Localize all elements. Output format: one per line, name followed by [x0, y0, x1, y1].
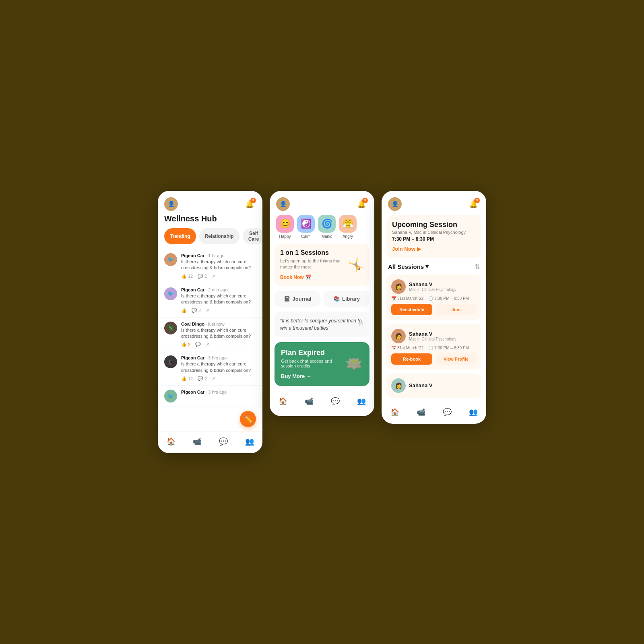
upcoming-session-therapist: Sahana V, Msc in Clinical Psychology — [392, 230, 476, 235]
session-meta: 📅 31st March '22 🕐 7:30 PM – 8:30 PM — [391, 346, 477, 350]
post-avatar: 🦎 — [164, 322, 177, 334]
plan-expired-text: Plan Expired Get back chat access and se… — [281, 349, 345, 380]
screen1-header: 👤 🔔 3 — [158, 191, 262, 214]
screens-container: 👤 🔔 3 Wellness Hub Trending Relationship… — [142, 175, 502, 469]
post-actions: 👍 12 💬 2 ↗ — [181, 376, 256, 381]
post-time: · 2 min ago — [206, 287, 227, 292]
like-button[interactable]: 👍 — [181, 308, 187, 313]
post-time: · just now — [206, 322, 224, 326]
bottom-nav: 🏠 📹 💬 👥 — [158, 431, 262, 453]
nav-community-icon[interactable]: 👥 — [241, 436, 258, 448]
post-meta: Pigeon Car · 3 hrs ago — [181, 355, 256, 360]
therapist-specialty: Msc in Clinical Psychology — [409, 287, 456, 292]
avatar[interactable]: 👤 — [388, 197, 402, 211]
post-text: Is there a therapy which can cure crossd… — [181, 361, 256, 374]
journal-button[interactable]: 📓 Journal — [275, 291, 320, 307]
therapist-avatar: 👩 — [391, 279, 406, 294]
compose-button[interactable]: ✏️ — [240, 411, 256, 427]
notification-button[interactable]: 🔔 3 — [243, 198, 256, 211]
post-username: Pigeon Car — [181, 287, 204, 292]
mood-happy[interactable]: 😊 Happy — [276, 215, 294, 239]
bottom-nav: 🏠 📹 💬 👥 — [270, 391, 374, 413]
session-meta: 📅 31st March '22 🕐 7:30 PM – 8:30 PM — [391, 296, 477, 301]
share-button[interactable]: ↗ — [206, 342, 209, 347]
nav-chat-icon[interactable]: 💬 — [327, 395, 344, 407]
post-time: · 1 hr ago — [206, 253, 225, 258]
library-button[interactable]: 📚 Library — [324, 291, 369, 307]
nav-home-icon[interactable]: 🏠 — [163, 436, 180, 448]
comment-button[interactable]: 💬 — [195, 342, 201, 347]
comment-button[interactable]: 💬 2 — [198, 376, 207, 381]
share-button[interactable]: ↗ — [212, 274, 215, 279]
therapist-info: Sahana V Msc in Clinical Psychology — [409, 281, 456, 292]
fab-area: ✏️ — [158, 407, 262, 431]
share-button[interactable]: ↗ — [206, 308, 209, 313]
nav-chat-icon[interactable]: 💬 — [439, 406, 456, 418]
lotus-icon: 🪷 — [345, 355, 363, 372]
nav-video-icon[interactable]: 📹 — [301, 395, 318, 407]
nav-community-icon[interactable]: 👥 — [353, 395, 370, 407]
tab-selfcare[interactable]: Self Care — [243, 228, 262, 244]
post-avatar: 🐦 — [164, 287, 177, 300]
post-meta: Pigeon Car · 2 min ago — [181, 287, 256, 292]
mood-manic-icon: 🌀 — [318, 215, 336, 233]
screen-wellness-hub: 👤 🔔 3 Wellness Hub Trending Relationship… — [158, 191, 262, 453]
sessions-sort-button[interactable]: ⇅ — [475, 263, 480, 270]
screen2-header: 👤 🔔 3 — [270, 191, 374, 215]
nav-home-icon[interactable]: 🏠 — [386, 406, 403, 418]
screen-sessions: 👤 🔔 3 Upcoming Session Sahana V, Msc in … — [382, 191, 486, 424]
post-avatar: 🐦 — [164, 390, 177, 402]
share-button[interactable]: ↗ — [212, 376, 215, 381]
session-item: 👩 Sahana V — [386, 374, 481, 398]
session-join-button[interactable]: Join — [436, 304, 477, 315]
nav-chat-icon[interactable]: 💬 — [215, 436, 232, 448]
nav-home-icon[interactable]: 🏠 — [275, 395, 291, 407]
journal-icon: 📓 — [284, 296, 290, 302]
session-therapist-row: 👩 Sahana V Msc in Clinical Psychology — [391, 279, 477, 294]
mood-manic[interactable]: 🌀 Manic — [318, 215, 336, 239]
post-item: 🦎 Coal Dingo · just now Is there a thera… — [158, 318, 262, 352]
therapist-name: Sahana V — [409, 281, 456, 287]
buy-more-button[interactable]: Buy More → — [281, 373, 312, 379]
mood-angry[interactable]: 😤 Angry — [339, 215, 357, 239]
tab-trending[interactable]: Trending — [164, 228, 196, 244]
post-username: Pigeon Car — [181, 390, 204, 394]
post-time: · 3 hrs ago — [206, 355, 227, 360]
post-content: Pigeon Car · 3 hrs ago — [181, 390, 256, 402]
screen3-header: 👤 🔔 3 — [382, 191, 486, 215]
join-now-button[interactable]: Join Now ▶ — [392, 246, 421, 252]
reschedule-button[interactable]: Reschedule — [391, 304, 432, 315]
post-text: Is there a therapy which can cure crossd… — [181, 293, 256, 305]
post-meta: Coal Dingo · just now — [181, 322, 256, 326]
therapist-avatar: 👩 — [391, 329, 406, 343]
post-text: Is there a therapy which can cure crossd… — [181, 327, 256, 340]
avatar[interactable]: 👤 — [164, 197, 178, 211]
all-sessions-header: All Sessions ▾ ⇅ — [382, 263, 486, 275]
post-item: 🐦 Pigeon Car · 3 hrs ago — [158, 386, 262, 407]
book-now-button[interactable]: Book Now 📅 — [280, 275, 312, 280]
nav-community-icon[interactable]: 👥 — [465, 406, 482, 418]
comment-button[interactable]: 💬 2 — [198, 274, 207, 279]
notification-badge: 3 — [474, 198, 480, 203]
nav-video-icon[interactable]: 📹 — [413, 406, 429, 418]
session-promo-card: 1 on 1 Sessions Let's open up to the thi… — [275, 244, 369, 286]
like-button[interactable]: 👍 12 — [181, 274, 193, 279]
mood-calm[interactable]: ☯️ Calm — [297, 215, 315, 239]
post-avatar: 🐦 — [164, 253, 177, 266]
notification-button[interactable]: 🔔 3 — [467, 198, 480, 211]
like-button[interactable]: 👍 2 — [181, 342, 190, 347]
tab-relationship[interactable]: Relationship — [199, 228, 239, 244]
comment-button[interactable]: 💬 2 — [192, 308, 201, 313]
notification-button[interactable]: 🔔 3 — [355, 198, 368, 211]
session-actions: Reschedule Join — [391, 304, 477, 315]
view-profile-button[interactable]: View Profile — [436, 353, 477, 365]
post-text: Is there a therapy which can cure crossd… — [181, 259, 256, 271]
like-button[interactable]: 👍 12 — [181, 376, 193, 381]
therapist-name: Sahana V — [409, 382, 433, 388]
rebook-button[interactable]: Re-book — [391, 353, 432, 365]
post-meta: Pigeon Car · 3 hrs ago — [181, 390, 256, 394]
library-label: Library — [342, 296, 360, 302]
nav-video-icon[interactable]: 📹 — [189, 436, 206, 448]
avatar[interactable]: 👤 — [276, 197, 290, 211]
plan-expired-card: Plan Expired Get back chat access and se… — [275, 342, 369, 386]
